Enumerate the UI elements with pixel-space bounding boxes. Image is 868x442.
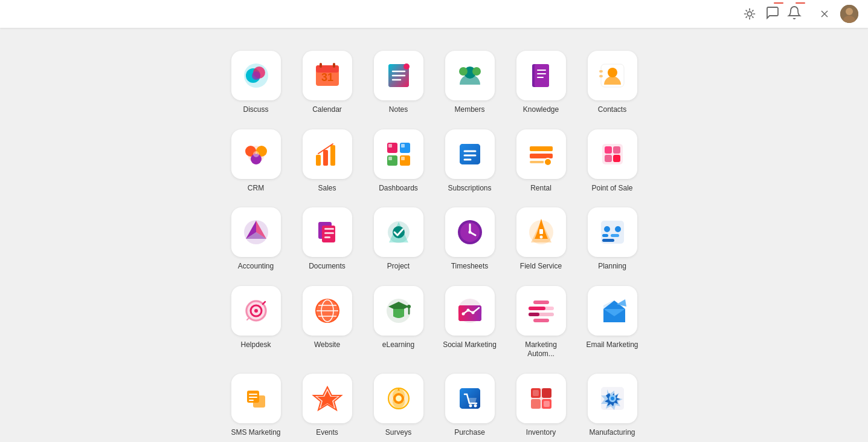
svg-rect-88: [602, 239, 614, 242]
app-label-marketing-autom: Marketing Autom...: [511, 340, 571, 359]
app-label-calendar: Calendar: [312, 105, 342, 115]
svg-rect-14: [333, 63, 335, 68]
app-item-social-marketing[interactable]: Social Marketing: [437, 281, 503, 364]
app-item-sales[interactable]: Sales: [294, 125, 361, 198]
svg-rect-36: [599, 75, 603, 77]
svg-rect-65: [605, 155, 612, 162]
svg-rect-71: [324, 232, 334, 234]
app-item-rental[interactable]: Rental: [508, 125, 574, 198]
svg-rect-86: [611, 234, 619, 237]
svg-rect-113: [533, 301, 549, 304]
app-label-accounting: Accounting: [238, 262, 274, 271]
app-icon-timesheets: [445, 207, 495, 257]
chat-badge: [774, 2, 783, 4]
app-label-timesheets: Timesheets: [451, 262, 489, 271]
app-item-manufacturing[interactable]: Manufacturing: [579, 369, 646, 442]
svg-rect-43: [323, 150, 328, 166]
svg-rect-25: [535, 64, 549, 87]
bug-icon[interactable]: [741, 5, 758, 22]
svg-rect-72: [324, 236, 330, 238]
app-label-sms-marketing: SMS Marketing: [231, 428, 280, 438]
app-icon-social-marketing: [445, 286, 495, 336]
svg-rect-49: [388, 144, 392, 148]
app-label-social-marketing: Social Marketing: [443, 340, 497, 350]
app-item-documents[interactable]: Documents: [294, 203, 361, 276]
svg-rect-44: [330, 145, 335, 166]
app-item-field-service[interactable]: Field Service: [508, 203, 574, 276]
app-icon-members: [445, 51, 495, 100]
app-item-project[interactable]: Project: [365, 203, 432, 276]
app-item-crm[interactable]: CRM: [223, 125, 289, 198]
app-item-helpdesk[interactable]: Helpdesk: [223, 281, 289, 364]
app-item-contacts[interactable]: Contacts: [579, 46, 646, 120]
app-item-calendar[interactable]: 31 Calendar: [294, 46, 361, 120]
app-icon-documents: [303, 207, 352, 257]
notification-button[interactable]: [787, 5, 802, 22]
svg-point-92: [254, 309, 258, 313]
svg-point-106: [466, 308, 469, 311]
svg-point-133: [469, 404, 472, 407]
app-label-sales: Sales: [318, 184, 336, 193]
app-icon-helpdesk: [231, 286, 281, 336]
app-label-rental: Rental: [530, 184, 551, 193]
svg-point-0: [747, 11, 751, 16]
svg-rect-50: [401, 144, 405, 148]
app-item-elearning[interactable]: eLearning: [365, 281, 432, 364]
svg-point-105: [461, 312, 465, 315]
app-icon-purchase: [445, 374, 495, 423]
svg-rect-140: [533, 390, 539, 396]
svg-rect-138: [531, 399, 541, 409]
app-item-subscriptions[interactable]: Subscriptions: [437, 125, 503, 198]
svg-rect-26: [532, 65, 535, 68]
svg-point-84: [604, 226, 610, 232]
apps-grid: Discuss 31 Calendar Notes Members Knowle…: [211, 34, 658, 442]
topbar: [0, 0, 868, 28]
app-icon-sales: [303, 129, 352, 179]
app-item-discuss[interactable]: Discuss: [223, 46, 289, 120]
chat-button[interactable]: [765, 5, 780, 22]
svg-rect-42: [316, 155, 321, 166]
app-item-accounting[interactable]: Accounting: [223, 203, 289, 276]
app-item-website[interactable]: Website: [294, 281, 361, 364]
svg-rect-81: [539, 229, 543, 234]
svg-point-22: [472, 67, 481, 76]
settings-icon[interactable]: [816, 5, 833, 22]
avatar[interactable]: [840, 5, 858, 23]
app-item-knowledge[interactable]: Knowledge: [508, 46, 574, 120]
svg-rect-141: [544, 401, 550, 407]
app-item-timesheets[interactable]: Timesheets: [437, 203, 503, 276]
app-item-notes[interactable]: Notes: [365, 46, 432, 120]
app-item-marketing-autom[interactable]: Marketing Autom...: [508, 281, 574, 364]
app-item-email-marketing[interactable]: Email Marketing: [579, 281, 646, 364]
svg-rect-70: [324, 228, 334, 230]
app-item-surveys[interactable]: Surveys: [365, 369, 432, 442]
svg-point-146: [611, 397, 614, 400]
app-icon-crm: [231, 129, 281, 179]
app-icon-rental: [516, 129, 566, 179]
svg-rect-137: [542, 388, 551, 398]
app-icon-notes: [374, 51, 423, 100]
app-icon-subscriptions: [445, 129, 495, 179]
app-label-surveys: Surveys: [385, 428, 411, 438]
app-label-project: Project: [387, 262, 410, 271]
app-item-purchase[interactable]: Purchase: [437, 369, 503, 442]
svg-rect-66: [613, 155, 620, 162]
app-item-point-of-sale[interactable]: Point of Sale: [579, 125, 646, 198]
app-label-subscriptions: Subscriptions: [448, 184, 491, 193]
app-item-sms-marketing[interactable]: SMS Marketing: [223, 369, 289, 442]
app-item-members[interactable]: Members: [437, 46, 503, 120]
app-item-events[interactable]: Events: [294, 369, 361, 442]
app-icon-inventory: [516, 374, 566, 423]
app-label-purchase: Purchase: [454, 428, 485, 438]
svg-point-130: [396, 395, 402, 401]
app-icon-knowledge: [516, 51, 566, 100]
svg-point-20: [403, 63, 410, 70]
app-label-planning: Planning: [598, 262, 626, 271]
svg-rect-63: [605, 146, 612, 154]
app-item-planning[interactable]: Planning: [579, 203, 646, 276]
svg-point-61: [544, 158, 551, 166]
app-item-inventory[interactable]: Inventory: [508, 369, 574, 442]
app-label-crm: CRM: [248, 184, 264, 193]
app-item-dashboards[interactable]: Dashboards: [365, 125, 432, 198]
svg-point-134: [474, 404, 477, 407]
